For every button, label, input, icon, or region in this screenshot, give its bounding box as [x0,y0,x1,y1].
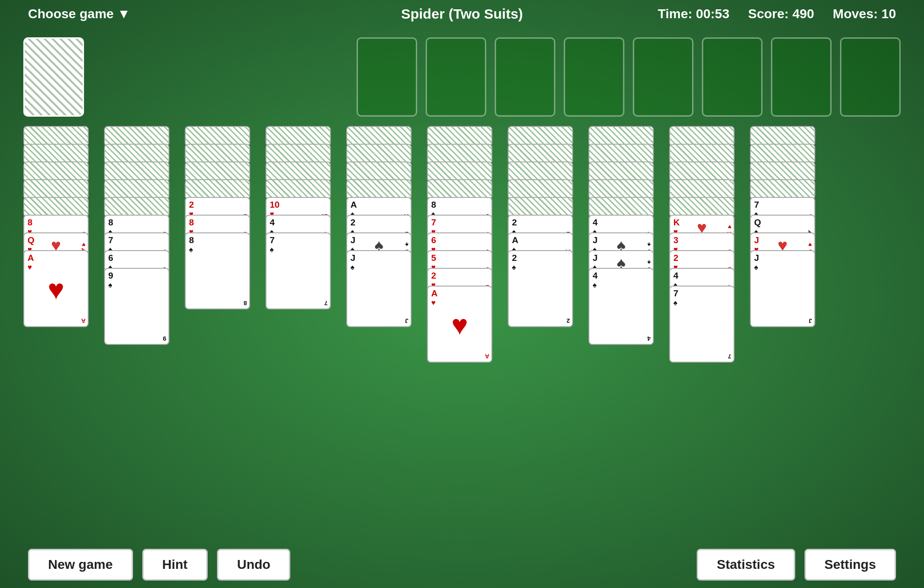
footer-right: Statistics Settings [697,549,896,581]
footer-left: New game Hint Undo [28,549,290,581]
stock-pile[interactable] [23,37,84,117]
card-back-pattern [509,127,572,146]
card-back-pattern [186,127,249,146]
column-5: A♠ A2♠ 2J♠ J♠ ♠J♠ J [346,126,419,336]
foundation-7[interactable] [771,37,832,117]
card-back-pattern [589,145,653,163]
column-9: K♥ K♥ ♥3♥ 32♥ 24♠ 47♠ 7 [669,126,742,372]
card-back-pattern [428,162,491,181]
card-back-pattern [24,145,88,163]
footer: New game Hint Undo Statistics Settings [0,541,924,588]
face-up-card[interactable]: 4♠ 4 [588,268,654,345]
card-back-pattern [509,198,572,217]
card-back-pattern [509,180,572,199]
stock-pile-back [25,39,83,115]
foundation-slots [357,37,901,117]
score-display: Score: 490 [748,7,814,21]
card-back-pattern [428,180,491,199]
face-up-card[interactable]: 9♠ 9 [104,268,169,345]
column-1: 8♥ 8Q♥ Q♥ ♥A♥ ♥ A [23,126,96,336]
face-up-card[interactable]: 2♠ 2 [508,250,573,327]
tableau: 8♥ 8Q♥ Q♥ ♥A♥ ♥ A8♠ 87♠ 76♠ 69♠ 92♥ 28♥ … [23,126,901,372]
card-back-pattern [589,180,653,199]
card-back-pattern [266,127,330,146]
card-back-pattern [670,198,734,217]
column-7: 2♠ 2A♠ A2♠ 2 [508,126,580,336]
card-back-pattern [24,127,88,146]
card-back-pattern [589,162,653,181]
card-back-pattern [266,180,330,199]
choose-game-button[interactable]: Choose game ▼ [28,7,130,21]
card-back-pattern [347,180,411,199]
header: Choose game ▼ Spider (Two Suits) Time: 0… [0,0,924,28]
face-up-card[interactable]: 8♠ 8 [185,232,250,309]
card-back-pattern [186,162,249,181]
column-4: 10♥ 104♠ 47♠ 7 [266,126,338,319]
column-2: 8♠ 87♠ 76♠ 69♠ 9 [104,126,176,354]
statistics-button[interactable]: Statistics [697,549,795,581]
card-back-pattern [428,145,491,163]
card-back-pattern [347,162,411,181]
face-up-card[interactable]: J♠ J [346,250,412,327]
card-back-pattern [670,127,734,146]
foundation-5[interactable] [633,37,693,117]
card-back-pattern [105,162,168,181]
column-8: 4♠ 4J♠ J♠ ♠J♠ J♠ ♠4♠ 4 [588,126,661,354]
card-back-pattern [24,162,88,181]
card-back-pattern [428,127,491,146]
card-back-pattern [186,180,249,199]
card-back-pattern [670,162,734,181]
moves-display: Moves: 10 [833,7,896,21]
card-back-pattern [105,127,168,146]
card-back-pattern [751,162,814,181]
card-back-pattern [24,180,88,199]
game-area: 8♥ 8Q♥ Q♥ ♥A♥ ♥ A8♠ 87♠ 76♠ 69♠ 92♥ 28♥ … [0,28,924,541]
game-stats: Time: 00:53 Score: 490 Moves: 10 [658,7,896,21]
card-back-pattern [347,127,411,146]
card-back-pattern [266,145,330,163]
settings-button[interactable]: Settings [805,549,896,581]
new-game-button[interactable]: New game [28,549,133,581]
foundation-3[interactable] [495,37,555,117]
face-up-card[interactable]: A♥ ♥ A [23,250,89,327]
card-back-pattern [105,145,168,163]
foundation-2[interactable] [426,37,486,117]
card-back-pattern [105,180,168,199]
column-3: 2♥ 28♥ ♥♥♥ 88♠ 8 [185,126,257,319]
card-back-pattern [670,145,734,163]
face-up-card[interactable]: 7♠ 7 [266,232,331,309]
foundation-4[interactable] [564,37,624,117]
card-back-pattern [751,127,814,146]
face-up-card[interactable]: A♥ ♥ A [427,286,492,363]
card-back-pattern [589,127,653,146]
card-back-pattern [509,145,572,163]
column-6: 8♠ 87♥ 76♥ 65♥ 52♥ 2A♥ ♥ A [427,126,499,372]
card-back-pattern [347,145,411,163]
foundation-8[interactable] [840,37,901,117]
choose-game-label: Choose game ▼ [28,7,130,21]
game-title: Spider (Two Suits) [401,6,523,22]
foundation-1[interactable] [357,37,417,117]
card-back-pattern [751,180,814,199]
foundation-6[interactable] [702,37,763,117]
column-10: 7♠ 7Q♠ QJ♥ J♥ ♥J♠ J [750,126,822,336]
card-back-pattern [186,145,249,163]
card-back-pattern [266,162,330,181]
card-back-pattern [24,198,88,217]
face-up-card[interactable]: J♠ J [750,250,815,327]
undo-button[interactable]: Undo [217,549,291,581]
card-back-pattern [589,198,653,217]
card-back-pattern [670,180,734,199]
top-row [23,37,901,117]
face-up-card[interactable]: 7♠ 7 [669,286,735,363]
card-back-pattern [509,162,572,181]
hint-button[interactable]: Hint [142,549,208,581]
card-back-pattern [105,198,168,217]
card-back-pattern [751,145,814,163]
time-display: Time: 00:53 [658,7,729,21]
